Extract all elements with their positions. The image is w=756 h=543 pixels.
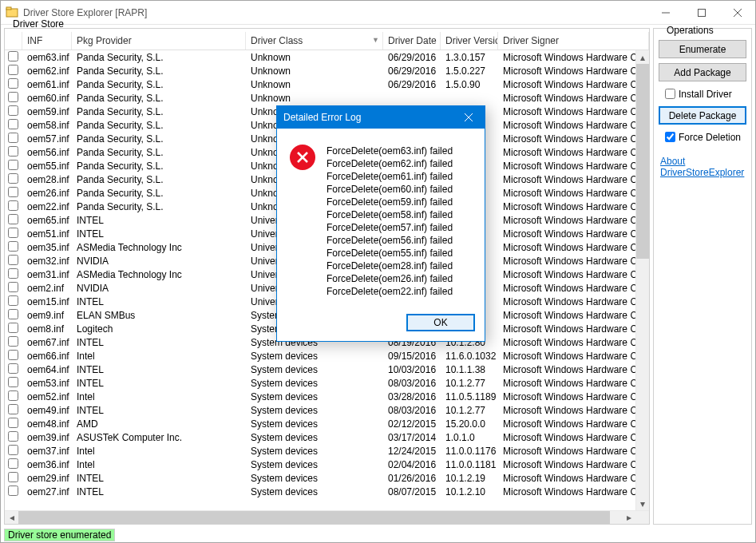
table-row[interactable]: oem66.infIntelSystem devices09/15/201611…: [5, 349, 649, 363]
cell-inf: oem8.inf: [22, 323, 72, 335]
row-checkbox[interactable]: [8, 363, 18, 374]
delete-package-button[interactable]: Delete Package: [659, 106, 746, 125]
error-line: ForceDelete(oem28.inf) failed: [327, 260, 453, 272]
row-checkbox[interactable]: [8, 390, 18, 401]
cell-signer: Microsoft Windows Hardware Comp: [498, 405, 649, 416]
row-checkbox[interactable]: [8, 268, 18, 279]
row-checkbox[interactable]: [8, 241, 18, 252]
row-checkbox[interactable]: [8, 404, 18, 414]
col-inf[interactable]: INF: [22, 32, 72, 50]
row-checkbox[interactable]: [8, 309, 18, 319]
cell-inf: oem27.inf: [22, 486, 72, 497]
enumerate-button[interactable]: Enumerate: [659, 40, 746, 58]
cell-provider: Panda Security, S.L.: [72, 106, 246, 117]
row-checkbox[interactable]: [8, 228, 18, 238]
horizontal-scrollbar[interactable]: ◂ ▸: [5, 510, 649, 524]
row-checkbox[interactable]: [8, 336, 18, 347]
row-checkbox[interactable]: [8, 65, 18, 75]
row-checkbox[interactable]: [8, 323, 18, 333]
titlebar[interactable]: Driver Store Explorer [RAPR]: [1, 1, 755, 25]
row-checkbox[interactable]: [8, 486, 18, 496]
col-provider[interactable]: Pkg Provider: [72, 32, 246, 50]
table-row[interactable]: oem63.infPanda Security, S.L.Unknown06/2…: [5, 50, 649, 64]
row-checkbox[interactable]: [8, 282, 18, 292]
close-button[interactable]: [719, 1, 755, 24]
row-checkbox[interactable]: [8, 458, 18, 469]
install-driver-checkbox[interactable]: Install Driver: [659, 86, 746, 101]
row-checkbox[interactable]: [8, 214, 18, 224]
cell-provider: INTEL: [72, 228, 246, 240]
error-line: ForceDelete(oem26.inf) failed: [327, 272, 453, 285]
table-row[interactable]: oem60.infPanda Security, S.L.UnknownMicr…: [5, 91, 649, 105]
scroll-thumb[interactable]: [636, 64, 649, 259]
dialog-titlebar[interactable]: Detailed Error Log: [277, 106, 485, 129]
cell-inf: oem52.inf: [22, 391, 72, 402]
cell-provider: INTEL: [72, 337, 246, 348]
scroll-right-icon[interactable]: ▸: [622, 511, 635, 524]
table-row[interactable]: oem53.infINTELSystem devices08/03/201610…: [5, 376, 649, 390]
row-checkbox[interactable]: [8, 377, 18, 387]
scroll-up-icon[interactable]: ▴: [636, 50, 649, 64]
row-checkbox[interactable]: [8, 105, 18, 116]
cell-signer: Microsoft Windows Hardware Comp: [498, 486, 649, 497]
cell-inf: oem49.inf: [22, 405, 72, 416]
col-version[interactable]: Driver Version: [441, 32, 498, 50]
vertical-scrollbar[interactable]: ▴ ▾: [635, 50, 649, 510]
dialog-close-button[interactable]: [453, 106, 485, 129]
col-checkbox[interactable]: [5, 32, 22, 50]
error-line: ForceDelete(oem62.inf) failed: [327, 157, 453, 170]
table-row[interactable]: oem37.infIntelSystem devices12/24/201511…: [5, 444, 649, 458]
table-row[interactable]: oem39.infASUSTeK Computer Inc.System dev…: [5, 430, 649, 444]
cell-signer: Microsoft Windows Hardware Comp: [498, 215, 649, 226]
table-row[interactable]: oem61.infPanda Security, S.L.Unknown06/2…: [5, 77, 649, 91]
cell-inf: oem32.inf: [22, 256, 72, 267]
ok-button[interactable]: OK: [406, 314, 475, 331]
cell-class: System devices: [246, 351, 383, 362]
row-checkbox[interactable]: [8, 295, 18, 306]
force-deletion-input[interactable]: [665, 132, 675, 142]
add-package-button[interactable]: Add Package: [659, 63, 746, 81]
row-checkbox[interactable]: [8, 119, 18, 129]
svg-rect-3: [698, 9, 705, 16]
table-row[interactable]: oem64.infINTELSystem devices10/03/201610…: [5, 363, 649, 376]
row-checkbox[interactable]: [8, 255, 18, 265]
col-signer[interactable]: Driver Signer: [498, 32, 649, 50]
error-line: ForceDelete(oem55.inf) failed: [327, 247, 453, 260]
row-checkbox[interactable]: [8, 418, 18, 428]
cell-inf: oem64.inf: [22, 364, 72, 375]
row-checkbox[interactable]: [8, 160, 18, 170]
table-row[interactable]: oem48.infAMDSystem devices02/12/201515.2…: [5, 417, 649, 430]
force-deletion-checkbox[interactable]: Force Deletion: [659, 129, 746, 145]
maximize-button[interactable]: [683, 1, 719, 24]
table-row[interactable]: oem27.infINTELSystem devices08/07/201510…: [5, 485, 649, 498]
hscroll-thumb[interactable]: [18, 511, 610, 524]
cell-inf: oem22.inf: [22, 201, 72, 212]
row-checkbox[interactable]: [8, 350, 18, 360]
row-checkbox[interactable]: [8, 51, 18, 61]
cell-inf: oem37.inf: [22, 446, 72, 457]
about-link[interactable]: About DriverStoreExplorer: [659, 156, 746, 178]
scroll-down-icon[interactable]: ▾: [636, 497, 649, 510]
row-checkbox[interactable]: [8, 472, 18, 482]
row-checkbox[interactable]: [8, 173, 18, 184]
install-driver-input[interactable]: [665, 89, 675, 99]
col-date[interactable]: Driver Date: [383, 32, 441, 50]
row-checkbox[interactable]: [8, 78, 18, 89]
row-checkbox[interactable]: [8, 187, 18, 197]
table-row[interactable]: oem29.infINTELSystem devices01/26/201610…: [5, 471, 649, 485]
table-row[interactable]: oem36.infIntelSystem devices02/04/201611…: [5, 458, 649, 471]
row-checkbox[interactable]: [8, 146, 18, 157]
row-checkbox[interactable]: [8, 200, 18, 211]
row-checkbox[interactable]: [8, 431, 18, 442]
col-class[interactable]: Driver Class▼: [246, 32, 383, 50]
row-checkbox[interactable]: [8, 445, 18, 455]
row-checkbox[interactable]: [8, 92, 18, 102]
table-row[interactable]: oem52.infIntelSystem devices03/28/201611…: [5, 390, 649, 403]
cell-version: 11.0.0.1181: [441, 459, 498, 470]
minimize-button[interactable]: [647, 1, 683, 24]
cell-inf: oem31.inf: [22, 269, 72, 280]
table-row[interactable]: oem49.infINTELSystem devices08/03/201610…: [5, 403, 649, 417]
table-row[interactable]: oem62.infPanda Security, S.L.Unknown06/2…: [5, 64, 649, 77]
row-checkbox[interactable]: [8, 133, 18, 143]
scroll-left-icon[interactable]: ◂: [5, 511, 18, 524]
